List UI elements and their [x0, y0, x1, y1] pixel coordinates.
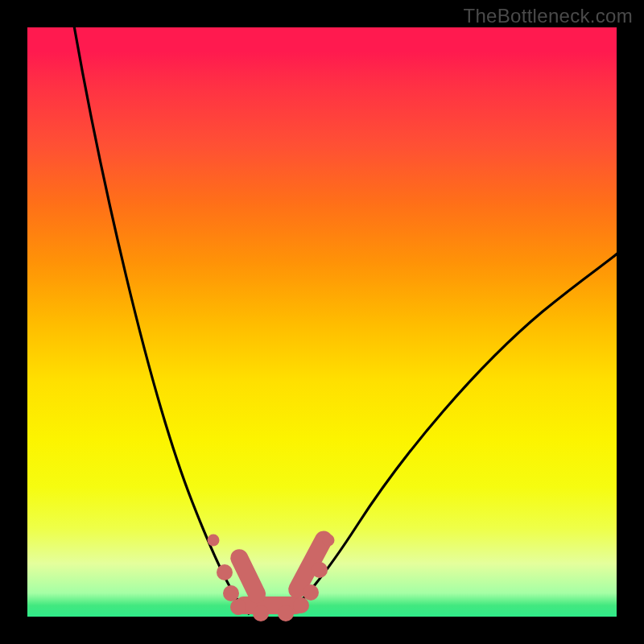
watermark-text: TheBottleneck.com — [463, 5, 633, 27]
plot-background-gradient — [27, 27, 617, 617]
chart-frame: TheBottleneck.com — [0, 0, 644, 644]
